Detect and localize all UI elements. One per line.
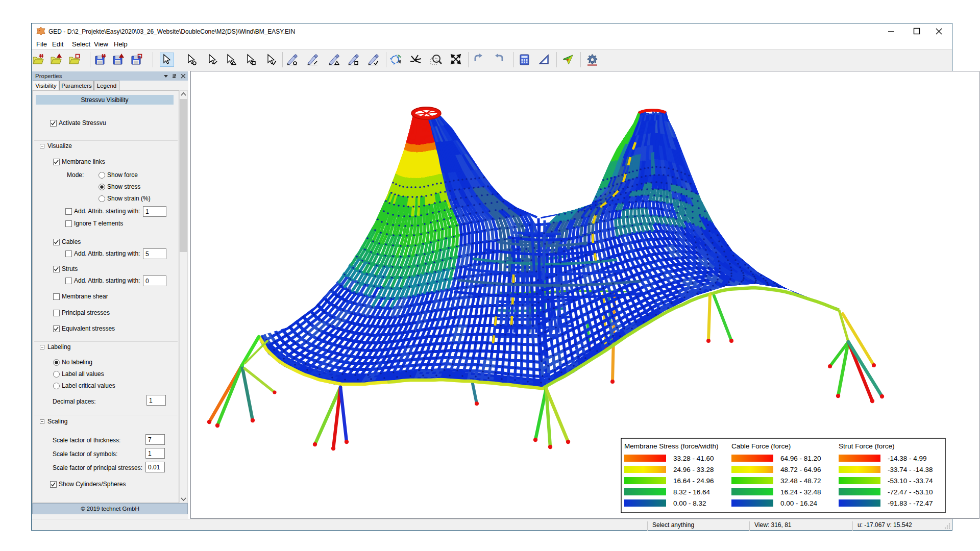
svg-text:64.96 - 81.20: 64.96 - 81.20 [780,455,821,462]
svg-text:33.28 - 41.60: 33.28 - 41.60 [673,455,714,462]
svg-text:Membrane Stress (force/width): Membrane Stress (force/width) [624,442,719,450]
svg-text:-14.38 - 4.99: -14.38 - 4.99 [888,455,927,462]
svg-text:-33.74 - -14.38: -33.74 - -14.38 [888,466,933,473]
svg-text:48.72 - 64.96: 48.72 - 64.96 [780,466,821,473]
svg-text:16.64 - 24.96: 16.64 - 24.96 [673,477,714,485]
svg-text:0.00 - 16.24: 0.00 - 16.24 [780,499,818,507]
svg-text:-91.83 - -72.47: -91.83 - -72.47 [888,499,933,507]
svg-text:0.00 - 8.32: 0.00 - 8.32 [673,499,706,507]
svg-text:8.32 - 16.64: 8.32 - 16.64 [673,488,710,496]
svg-text:-53.10 - -33.74: -53.10 - -33.74 [888,477,933,485]
svg-text:Strut Force (force): Strut Force (force) [839,442,895,450]
svg-text:24.96 - 33.28: 24.96 - 33.28 [673,466,714,473]
svg-text:Cable Force (force): Cable Force (force) [731,442,791,450]
svg-text:-72.47 - -53.10: -72.47 - -53.10 [888,488,933,496]
svg-text:32.48 - 48.72: 32.48 - 48.72 [780,477,821,485]
svg-text:16.24 - 32.48: 16.24 - 32.48 [780,488,821,496]
